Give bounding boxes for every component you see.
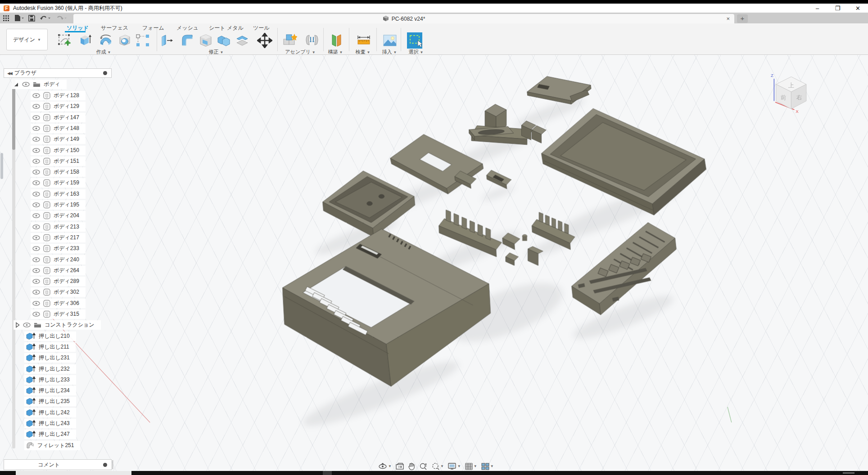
pattern-icon[interactable] (135, 33, 150, 48)
save-icon[interactable] (28, 15, 35, 22)
tree-extrude-item[interactable]: 押し出し232 (24, 364, 76, 374)
tree-body-item[interactable]: ボディ302 (31, 287, 86, 297)
app-grid-icon[interactable] (3, 15, 9, 22)
insert-canvas-icon[interactable] (382, 33, 398, 48)
tree-fillet-item[interactable]: フィレット251 (24, 441, 80, 450)
fillet-icon[interactable] (180, 33, 195, 48)
offset-face-icon[interactable] (235, 33, 250, 48)
visibility-eye-icon[interactable] (32, 192, 40, 197)
model-faceplate-part[interactable] (390, 134, 484, 194)
grid-display-icon[interactable]: ▼ (465, 463, 477, 470)
close-button[interactable]: ✕ (848, 4, 868, 13)
tree-body-item[interactable]: ボディ151 (31, 157, 86, 166)
model-small-parts[interactable] (502, 233, 543, 265)
tree-body-item[interactable]: ボディ158 (31, 167, 86, 177)
tree-body-item[interactable]: ボディ315 (31, 309, 86, 319)
hole-icon[interactable] (117, 33, 132, 48)
zoom-icon[interactable] (419, 462, 427, 470)
model-door-box-part[interactable] (323, 171, 415, 237)
visibility-eye-icon[interactable] (23, 323, 31, 327)
tree-body-item[interactable]: ボディ149 (31, 134, 86, 144)
visibility-eye-icon[interactable] (32, 312, 40, 317)
tree-extrude-item[interactable]: 押し出し211 (24, 342, 76, 352)
tree-folder-bodies[interactable]: ボディ (12, 80, 67, 89)
group-label-construct[interactable]: 構築 ▼ (328, 49, 343, 55)
tree-body-item[interactable]: ボディ148 (31, 124, 86, 133)
construction-plane-icon[interactable] (328, 33, 344, 48)
pan-icon[interactable] (408, 462, 415, 470)
orbit-icon[interactable]: ▼ (378, 462, 392, 471)
visibility-eye-icon[interactable] (32, 235, 40, 240)
new-tab-button[interactable]: + (737, 14, 748, 23)
tree-body-item[interactable]: ボディ128 (31, 91, 86, 100)
create-sketch-icon[interactable] (57, 33, 72, 48)
visibility-eye-icon[interactable] (32, 246, 40, 251)
visibility-eye-icon[interactable] (32, 115, 40, 120)
comment-bar[interactable]: コメント (4, 459, 112, 470)
tree-extrude-item[interactable]: 押し出し210 (24, 332, 76, 341)
visibility-eye-icon[interactable] (32, 159, 40, 164)
visibility-eye-icon[interactable] (32, 268, 40, 273)
measure-icon[interactable] (356, 33, 371, 48)
tree-body-item[interactable]: ボディ264 (31, 266, 86, 275)
panel-options-icon[interactable] (103, 71, 107, 75)
tree-extrude-item[interactable]: 押し出し235 (24, 397, 76, 406)
tree-extrude-item[interactable]: 押し出し242 (24, 408, 76, 417)
tree-body-item[interactable]: ボディ217 (31, 233, 86, 242)
group-label-select[interactable]: 選択 ▼ (409, 49, 424, 55)
group-label-insert[interactable]: 挿入 ▼ (382, 49, 397, 55)
group-label-assemble[interactable]: アセンブリ ▼ (285, 49, 315, 55)
tab-form[interactable]: フォーム (142, 24, 164, 32)
tree-body-item[interactable]: ボディ150 (31, 146, 86, 155)
visibility-eye-icon[interactable] (32, 137, 40, 142)
tree-body-item[interactable]: ボディ240 (31, 255, 86, 264)
visibility-eye-icon[interactable] (32, 148, 40, 153)
tree-body-item[interactable]: ボディ213 (31, 222, 86, 232)
visibility-eye-icon[interactable] (32, 170, 40, 175)
look-at-icon[interactable] (396, 463, 404, 470)
tree-body-item[interactable]: ボディ233 (31, 244, 86, 253)
visibility-eye-icon[interactable] (32, 279, 40, 284)
file-menu-icon[interactable] (14, 14, 24, 22)
tab-mesh[interactable]: メッシュ (176, 24, 199, 32)
undo-icon[interactable] (40, 14, 51, 22)
tree-extrude-item[interactable]: 押し出し247 (24, 430, 76, 439)
comment-options-icon[interactable] (103, 463, 107, 467)
model-tray-part[interactable] (542, 108, 706, 215)
shell-icon[interactable] (198, 33, 213, 48)
revolve-icon[interactable] (98, 33, 113, 48)
tab-tools[interactable]: ツール (253, 24, 270, 32)
tab-surface[interactable]: サーフェス (101, 24, 128, 32)
visibility-eye-icon[interactable] (32, 180, 40, 185)
tree-body-item[interactable]: ボディ147 (31, 113, 86, 122)
group-label-create[interactable]: 作成 ▼ (96, 49, 111, 55)
viewport-edge-scrollbar[interactable] (0, 153, 3, 179)
display-settings-icon[interactable]: ▼ (448, 463, 461, 470)
tree-extrude-item[interactable]: 押し出し233 (24, 375, 76, 385)
tree-body-item[interactable]: ボディ195 (31, 200, 86, 210)
visibility-eye-icon[interactable] (32, 213, 40, 218)
press-pull-icon[interactable] (159, 33, 175, 48)
tree-folder-construction[interactable]: コンストラクション (14, 320, 101, 330)
viewcube[interactable]: 上 前 右 Z X (771, 73, 806, 114)
viewport-canvas[interactable]: 上 前 右 Z X (0, 55, 868, 471)
tree-body-item[interactable]: ボディ204 (31, 211, 86, 220)
tree-extrude-item[interactable]: 押し出し234 (24, 386, 76, 395)
combine-icon[interactable] (216, 33, 231, 48)
collapse-panel-icon[interactable]: ◀◀ (7, 71, 12, 76)
visibility-eye-icon[interactable] (32, 126, 40, 131)
visibility-eye-icon[interactable] (32, 104, 40, 109)
move-icon[interactable] (257, 33, 272, 48)
minimize-button[interactable]: – (807, 4, 827, 13)
visibility-eye-icon[interactable] (32, 93, 40, 98)
model-small-bar-part[interactable] (487, 170, 511, 189)
tree-body-item[interactable]: ボディ306 (31, 299, 86, 308)
collapse-triangle-icon[interactable] (15, 322, 20, 328)
select-icon[interactable] (407, 33, 422, 48)
tree-body-item[interactable]: ボディ159 (31, 178, 86, 188)
tree-body-item[interactable]: ボディ129 (31, 102, 86, 111)
visibility-eye-icon[interactable] (32, 301, 40, 306)
visibility-eye-icon[interactable] (32, 290, 40, 295)
joint-icon[interactable] (304, 33, 320, 48)
tree-extrude-item[interactable]: 押し出し243 (24, 419, 76, 428)
